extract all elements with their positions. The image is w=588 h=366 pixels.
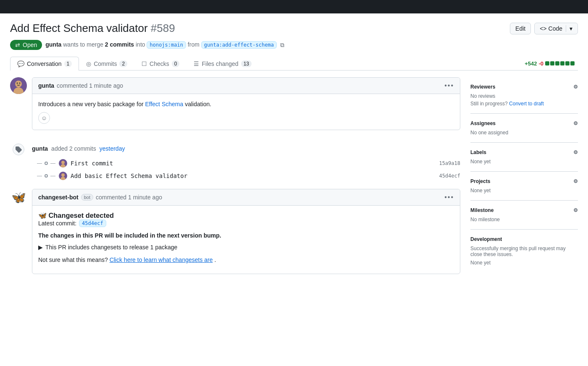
main-layout: gunta commented 1 minute ago ••• Introdu… bbox=[10, 77, 578, 288]
changeset-collapsible-text: This PR includes changesets to release 1… bbox=[45, 244, 177, 251]
diff-blocks bbox=[545, 61, 575, 65]
pr-status-label: Open bbox=[23, 42, 37, 48]
diff-block-6 bbox=[570, 61, 575, 65]
latest-commit-label: Latest commit: bbox=[38, 220, 76, 227]
commits-list: — — First commit bbox=[32, 157, 460, 182]
tab-files-changed[interactable]: ☰ Files changed 13 bbox=[186, 57, 259, 71]
svg-point-4 bbox=[19, 83, 21, 84]
reviewers-gear-icon[interactable]: ⚙ bbox=[573, 84, 578, 90]
reviewers-value: No reviews bbox=[470, 93, 578, 99]
commit-entry-1: — — First commit bbox=[37, 157, 460, 170]
draft-text: Still in progress? bbox=[470, 101, 508, 107]
tab-checks[interactable]: ☐ Checks 0 bbox=[134, 57, 186, 71]
labels-gear-icon[interactable]: ⚙ bbox=[573, 149, 578, 155]
reviewers-heading: Reviewers bbox=[470, 84, 495, 90]
comment-author-gunta: gunta bbox=[38, 82, 54, 89]
assignees-gear-icon[interactable]: ⚙ bbox=[573, 120, 578, 126]
files-changed-icon: ☰ bbox=[194, 60, 199, 67]
copy-icon[interactable]: ⧉ bbox=[280, 42, 284, 49]
sidebar-development: Development Successfully merging this pu… bbox=[470, 230, 578, 272]
svg-point-1 bbox=[15, 81, 22, 87]
tab-checks-label: Checks bbox=[150, 60, 169, 67]
development-text: Successfully merging this pull request m… bbox=[470, 246, 578, 257]
pr-commits-count: 2 commits bbox=[105, 41, 134, 48]
commit-activity-time-link[interactable]: yesterday bbox=[100, 145, 125, 152]
projects-gear-icon[interactable]: ⚙ bbox=[573, 178, 578, 184]
commit-dot-1 bbox=[45, 162, 48, 165]
effect-schema-link[interactable]: Effect Schema bbox=[145, 101, 183, 107]
changeset-bold-text: The changes in this PR will be included … bbox=[38, 232, 454, 239]
tab-conversation-count: 1 bbox=[64, 60, 72, 67]
comment-header-gunta: gunta commented 1 minute ago ••• bbox=[32, 78, 460, 94]
changeset-time: 1 minute ago bbox=[128, 194, 162, 201]
tabs-list: 💬 Conversation 1 ◎ Commits 2 ☐ Checks 0 … bbox=[10, 57, 259, 70]
commit-avatar-1 bbox=[59, 159, 67, 167]
code-label: Code bbox=[549, 25, 562, 32]
commit-sha-2: 45d4ecf bbox=[439, 173, 460, 179]
svg-point-3 bbox=[17, 83, 18, 84]
chevron-down-icon: ▾ bbox=[566, 25, 572, 32]
changeset-title-text: Changeset detected bbox=[49, 212, 114, 219]
diff-block-3 bbox=[555, 61, 559, 65]
tab-commits[interactable]: ◎ Commits 2 bbox=[79, 57, 134, 71]
pr-title-actions: Edit <> Code ▾ bbox=[510, 23, 578, 34]
diff-block-2 bbox=[550, 61, 554, 65]
milestone-value: No milestone bbox=[470, 217, 578, 222]
emoji-reaction-button[interactable]: ☺ bbox=[38, 112, 50, 124]
edit-button[interactable]: Edit bbox=[510, 23, 531, 34]
tab-commits-label: Commits bbox=[94, 60, 117, 67]
commit-message-2: Add basic Effect Schema validator bbox=[71, 173, 436, 179]
learn-changesets-link[interactable]: Click here to learn what changesets are bbox=[110, 256, 213, 263]
comment-body-gunta: Introduces a new very basic package for … bbox=[32, 94, 460, 130]
target-branch[interactable]: honojs:main bbox=[147, 41, 186, 49]
avatar-changeset-bot: 🦋 bbox=[10, 189, 27, 206]
main-content: gunta commented 1 minute ago ••• Introdu… bbox=[10, 77, 460, 288]
code-bracket-icon: <> bbox=[540, 25, 546, 32]
comment-options-button[interactable]: ••• bbox=[444, 82, 454, 89]
development-value: None yet bbox=[470, 260, 578, 266]
sidebar-milestone: Milestone ⚙ No milestone bbox=[470, 201, 578, 230]
diff-stats: +542 -0 bbox=[525, 60, 578, 67]
diff-block-4 bbox=[560, 61, 564, 65]
triangle-right-icon: ▶ bbox=[38, 244, 43, 251]
tab-checks-count: 0 bbox=[172, 60, 180, 67]
assignees-heading: Assignees bbox=[470, 120, 496, 126]
bot-badge: bot bbox=[81, 194, 93, 201]
changeset-options-button[interactable]: ••• bbox=[444, 193, 454, 201]
commits-activity-item: gunta added 2 commits yesterday — — bbox=[10, 144, 460, 182]
changeset-body: 🦋 Changeset detected Latest commit: 45d4… bbox=[32, 206, 460, 274]
pr-title: Add Effect Schema validator #589 bbox=[10, 22, 175, 35]
comment-card-gunta: gunta commented 1 minute ago ••• Introdu… bbox=[32, 77, 460, 130]
commit-activity-author: gunta bbox=[32, 145, 48, 152]
source-branch[interactable]: gunta:add-effect-schema bbox=[201, 41, 277, 49]
commit-entry-2: — — Add basic Eff bbox=[37, 170, 460, 182]
pr-author: gunta bbox=[45, 41, 61, 48]
latest-commit-sha-link[interactable]: 45d4ecf bbox=[79, 220, 106, 227]
milestone-gear-icon[interactable]: ⚙ bbox=[573, 207, 578, 213]
pr-title-row: Add Effect Schema validator #589 Edit <>… bbox=[10, 22, 578, 35]
pr-meta-description: gunta wants to merge 2 commits into hono… bbox=[45, 41, 277, 49]
comment-header-changeset-bot: changeset-bot bot commented 1 minute ago… bbox=[32, 189, 460, 206]
changeset-bot-author: changeset-bot bbox=[38, 194, 79, 201]
changeset-collapsible-button[interactable]: ▶ This PR includes changesets to release… bbox=[38, 244, 454, 251]
top-bar bbox=[0, 0, 588, 13]
projects-value: None yet bbox=[470, 188, 578, 193]
code-button[interactable]: <> Code ▾ bbox=[534, 23, 578, 34]
latest-commit-row: Latest commit: 45d4ecf bbox=[38, 220, 454, 227]
milestone-heading: Milestone bbox=[470, 207, 494, 213]
commit-avatar-2 bbox=[59, 172, 67, 180]
comment-card-changeset-bot: changeset-bot bot commented 1 minute ago… bbox=[32, 189, 460, 274]
commit-activity-icon bbox=[13, 144, 24, 155]
comment-time: 1 minute ago bbox=[89, 82, 123, 89]
changeset-emoji: 🦋 bbox=[38, 212, 47, 219]
svg-point-6 bbox=[61, 161, 65, 164]
tab-conversation[interactable]: 💬 Conversation 1 bbox=[10, 57, 79, 71]
pr-title-text: Add Effect Schema validator bbox=[10, 22, 148, 34]
changeset-action: commented bbox=[96, 194, 126, 201]
convert-to-draft-link[interactable]: Convert to draft bbox=[509, 101, 544, 107]
pr-status-icon: ⇄ bbox=[15, 42, 20, 48]
changeset-title: 🦋 Changeset detected bbox=[38, 212, 454, 220]
labels-value: None yet bbox=[470, 159, 578, 165]
sidebar-projects: Projects ⚙ None yet bbox=[470, 172, 578, 201]
pr-meta-row: ⇄ Open gunta wants to merge 2 commits in… bbox=[10, 40, 578, 50]
